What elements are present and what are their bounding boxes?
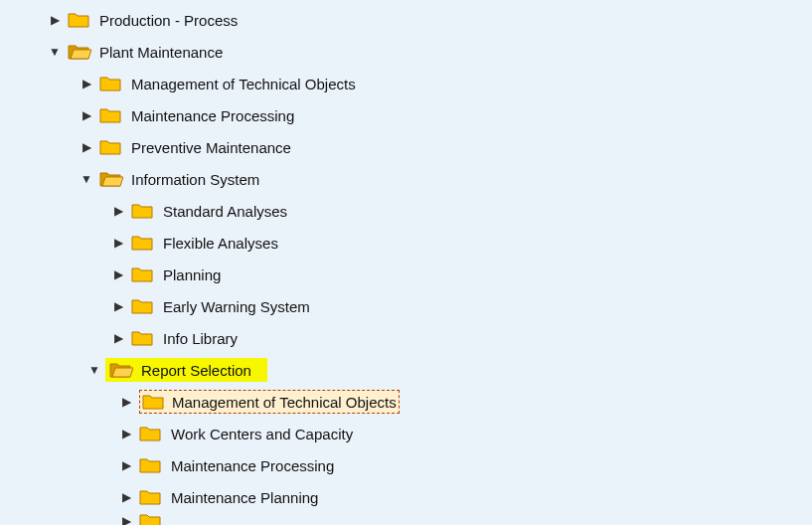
tree-label: Maintenance Processing [131,107,294,124]
tree-node-info-library[interactable]: ▶ Info Library [0,322,812,354]
tree-node-early-warning[interactable]: ▶ Early Warning System [0,290,812,322]
folder-closed-icon [131,233,155,253]
tree-node-rs-mgmt-tech-objects[interactable]: ▶ Management of Technical Objects [0,386,812,418]
tree-label: Information System [131,171,259,188]
collapse-arrow-icon[interactable]: ▼ [48,45,62,59]
expand-arrow-icon[interactable]: ▶ [119,458,133,472]
expand-arrow-icon[interactable]: ▶ [119,490,133,504]
tree-node-rs-work-centers[interactable]: ▶ Work Centers and Capacity [0,418,812,449]
expand-arrow-icon[interactable]: ▶ [119,427,133,440]
tree-node-maint-processing[interactable]: ▶ Maintenance Processing [0,99,812,131]
folder-closed-icon [99,105,123,125]
tree-node-cutoff[interactable]: ▶ [0,513,812,525]
tree-node-plant-maintenance[interactable]: ▼ Plant Maintenance [0,36,812,68]
folder-closed-icon [139,513,163,525]
tree-label: Planning [163,266,221,283]
tree-node-information-system[interactable]: ▼ Information System [0,163,812,195]
folder-closed-icon [142,392,166,412]
tree-label: Early Warning System [163,298,310,315]
collapse-arrow-icon[interactable]: ▼ [87,363,101,377]
expand-arrow-icon[interactable]: ▶ [111,299,125,313]
folder-open-icon [109,360,133,380]
tree-label: Standard Analyses [163,203,287,220]
folder-closed-icon [68,10,91,30]
tree-node-preventive-maintenance[interactable]: ▶ Preventive Maintenance [0,131,812,163]
tree-node-mgmt-tech-objects[interactable]: ▶ Management of Technical Objects [0,68,812,99]
folder-closed-icon [99,74,123,93]
tree-node-planning[interactable]: ▶ Planning [0,259,812,290]
folder-open-icon [68,42,91,62]
folder-closed-icon [131,296,155,316]
folder-open-icon [99,169,123,189]
selection-box: Management of Technical Objects [139,390,400,414]
tree-label: Report Selection [141,362,251,379]
folder-closed-icon [139,424,163,443]
expand-arrow-icon[interactable]: ▶ [111,236,125,250]
highlight-mark: Report Selection [105,358,267,382]
tree-label: Management of Technical Objects [131,76,356,92]
folder-closed-icon [131,264,155,284]
tree-label: Flexible Analyses [163,235,278,252]
expand-arrow-icon[interactable]: ▶ [111,204,125,218]
tree-node-rs-maint-planning[interactable]: ▶ Maintenance Planning [0,481,812,513]
tree-label: Production - Process [99,12,238,29]
expand-arrow-icon[interactable]: ▶ [119,514,133,525]
tree-label: Plant Maintenance [99,44,223,61]
collapse-arrow-icon[interactable]: ▼ [80,172,93,186]
tree-label: Preventive Maintenance [131,139,291,156]
expand-arrow-icon[interactable]: ▶ [80,77,93,90]
tree-node-flex-analyses[interactable]: ▶ Flexible Analyses [0,227,812,259]
tree-label: Info Library [163,330,238,347]
expand-arrow-icon[interactable]: ▶ [111,267,125,281]
expand-arrow-icon[interactable]: ▶ [111,331,125,345]
navigation-tree: ▶ Production - Process ▼ Plant Maintenan… [0,0,812,525]
folder-closed-icon [131,201,155,221]
folder-closed-icon [139,455,163,475]
expand-arrow-icon[interactable]: ▶ [80,108,93,122]
tree-label: Work Centers and Capacity [171,426,353,442]
tree-node-rs-maint-processing[interactable]: ▶ Maintenance Processing [0,449,812,481]
folder-closed-icon [99,137,123,157]
folder-closed-icon [131,328,155,348]
tree-label: Management of Technical Objects [172,394,397,411]
tree-node-production-process[interactable]: ▶ Production - Process [0,4,812,36]
expand-arrow-icon[interactable]: ▶ [80,140,93,154]
tree-node-std-analyses[interactable]: ▶ Standard Analyses [0,195,812,227]
expand-arrow-icon[interactable]: ▶ [119,395,133,409]
folder-closed-icon [139,487,163,507]
tree-label: Maintenance Processing [171,457,334,474]
expand-arrow-icon[interactable]: ▶ [48,13,62,27]
tree-label: Maintenance Planning [171,489,318,506]
tree-node-report-selection[interactable]: ▼ Report Selection [0,354,812,386]
